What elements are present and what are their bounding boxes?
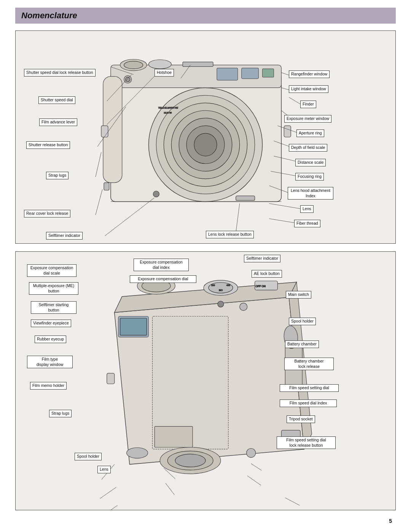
label-film-speed-setting-dial-lock: Film speed setting diallock release butt… bbox=[277, 436, 336, 449]
svg-text:100: 100 bbox=[211, 284, 215, 286]
label-rear-cover-lock-release: Rear cover lock release bbox=[24, 210, 70, 217]
label-fiber-thread: Fiber thread bbox=[294, 220, 320, 227]
label-film-advance-lever: Film advance lever bbox=[39, 118, 77, 126]
svg-rect-24 bbox=[236, 196, 255, 200]
svg-point-63 bbox=[127, 447, 148, 458]
svg-rect-47 bbox=[118, 316, 149, 337]
label-spool-holder-bottom: Spool holder bbox=[75, 453, 102, 460]
svg-text:400: 400 bbox=[226, 284, 231, 286]
svg-point-18 bbox=[194, 133, 217, 156]
label-exp-comp-dial: Exposure compensation dial bbox=[130, 275, 196, 283]
label-viewfinder-eyepiece: Viewfinder eyepiece bbox=[31, 320, 71, 327]
label-exp-comp-dial-index: Exposure compensationdial index bbox=[134, 259, 189, 271]
svg-point-14 bbox=[164, 103, 247, 186]
svg-rect-0 bbox=[111, 73, 281, 202]
svg-line-32 bbox=[96, 190, 102, 215]
svg-point-65 bbox=[167, 451, 213, 470]
svg-rect-9 bbox=[217, 68, 238, 80]
svg-point-8 bbox=[126, 77, 130, 82]
label-film-type-display-window: Film typedisplay window bbox=[27, 356, 73, 368]
label-film-speed-setting-dial: Film speed setting dial bbox=[280, 384, 339, 392]
svg-line-46 bbox=[236, 203, 240, 233]
diagram-back-view: OFF ON 100 ISO 400 bbox=[15, 251, 396, 510]
label-shutter-speed-dial-lock: Shutter speed dial lock release button bbox=[24, 69, 96, 77]
label-lens-bottom: Lens bbox=[97, 466, 111, 473]
svg-line-44 bbox=[269, 203, 303, 209]
svg-line-28 bbox=[107, 75, 132, 101]
svg-text:ISO: ISO bbox=[219, 289, 223, 291]
svg-point-5 bbox=[124, 61, 143, 69]
svg-point-6 bbox=[149, 60, 172, 69]
svg-rect-49 bbox=[152, 316, 228, 449]
label-exp-comp-dial-scale: Exposure compensationdial scale bbox=[27, 264, 76, 277]
label-aperture-ring: Aperture ring bbox=[296, 129, 324, 137]
label-light-intake-window: Light intake window bbox=[289, 85, 328, 93]
label-tripod-socket: Tripod socket bbox=[287, 415, 315, 423]
svg-rect-11 bbox=[262, 69, 274, 77]
svg-point-16 bbox=[179, 118, 232, 171]
label-ae-lock-button: AE lock button bbox=[252, 270, 282, 278]
svg-point-51 bbox=[240, 303, 247, 311]
svg-rect-3 bbox=[183, 62, 213, 67]
label-selftimer-indicator-top: Selftimer indicator bbox=[244, 255, 280, 262]
svg-rect-2 bbox=[103, 77, 122, 183]
svg-line-82 bbox=[247, 476, 261, 485]
svg-line-34 bbox=[181, 65, 190, 78]
svg-text:1:2.8 / 90: 1:2.8 / 90 bbox=[164, 112, 172, 114]
svg-point-58 bbox=[209, 283, 233, 293]
svg-rect-20 bbox=[284, 126, 291, 137]
svg-line-72 bbox=[100, 487, 116, 498]
label-battery-chamber-lock-release: Battery chamberlock release bbox=[284, 358, 334, 370]
svg-line-27 bbox=[111, 67, 134, 75]
svg-line-33 bbox=[105, 198, 155, 236]
svg-text:OFF ON: OFF ON bbox=[256, 285, 266, 288]
svg-rect-48 bbox=[120, 318, 147, 335]
svg-point-64 bbox=[160, 447, 221, 474]
label-finder: Finder bbox=[300, 101, 316, 108]
label-hotshoe: Hotshoe bbox=[155, 69, 174, 77]
label-exposure-meter-window: Exposure meter window bbox=[284, 115, 331, 123]
label-shutter-release-button: Shutter release button bbox=[26, 141, 70, 149]
svg-line-30 bbox=[97, 107, 126, 147]
label-lens-lock-release-button: Lens lock release button bbox=[206, 231, 254, 238]
svg-line-83 bbox=[285, 498, 299, 505]
svg-rect-10 bbox=[242, 68, 259, 79]
svg-text:TELE-ELMARIT-RE: TELE-ELMARIT-RE bbox=[158, 107, 178, 109]
label-lens-hood-attachment-index: Lens hood attachmentIndex bbox=[288, 187, 333, 200]
svg-rect-19 bbox=[101, 126, 108, 137]
label-lens: Lens bbox=[300, 205, 314, 213]
svg-point-22 bbox=[153, 191, 159, 197]
svg-line-29 bbox=[107, 75, 156, 125]
svg-rect-62 bbox=[107, 373, 115, 384]
svg-rect-1 bbox=[111, 65, 281, 88]
label-battery-chamber: Battery chamber bbox=[285, 340, 319, 348]
svg-point-66 bbox=[175, 454, 206, 467]
label-rubber-eyecup: Rubber eyecup bbox=[35, 335, 66, 343]
svg-point-15 bbox=[171, 110, 239, 179]
svg-point-12 bbox=[149, 88, 263, 201]
svg-line-81 bbox=[251, 463, 262, 470]
page-title-bar: Nomenclature bbox=[15, 8, 396, 24]
label-rangefinder-window: Rangefinder window bbox=[289, 70, 330, 78]
svg-rect-23 bbox=[104, 183, 109, 190]
svg-rect-50 bbox=[155, 427, 193, 447]
label-depth-of-field-scale: Depth of field scale bbox=[289, 144, 327, 152]
svg-line-79 bbox=[164, 468, 175, 479]
svg-point-57 bbox=[204, 280, 238, 296]
label-distance-scale: Distance scale bbox=[295, 159, 326, 166]
label-film-speed-dial-index: Film speed dial index bbox=[280, 399, 337, 407]
svg-point-67 bbox=[247, 448, 256, 457]
page-title: Nomenclature bbox=[21, 11, 390, 21]
label-shutter-speed-dial: Shutter speed dial bbox=[38, 96, 75, 104]
label-focusing-ring: Focusing ring bbox=[295, 173, 324, 181]
svg-rect-55 bbox=[255, 281, 278, 290]
label-main-switch: Main switch bbox=[286, 291, 311, 299]
page-number: 5 bbox=[389, 518, 392, 524]
svg-point-4 bbox=[120, 59, 147, 71]
svg-line-31 bbox=[96, 152, 101, 177]
label-spool-holder-right: Spool holder bbox=[289, 318, 316, 325]
label-film-memo-holder: Film memo holder bbox=[30, 382, 67, 390]
svg-point-52 bbox=[218, 301, 224, 307]
svg-line-73 bbox=[100, 505, 118, 510]
label-strap-lugs-bottom: Strap lugs bbox=[49, 410, 72, 417]
